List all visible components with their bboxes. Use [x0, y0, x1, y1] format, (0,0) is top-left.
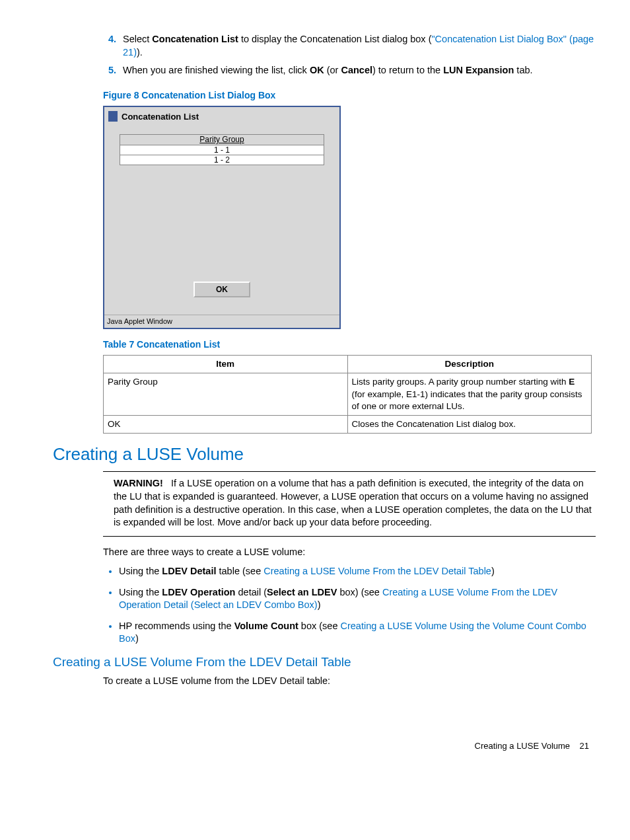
text: Lists parity groups. A parity group numb… — [352, 377, 569, 387]
cell-desc: Lists parity groups. A parity group numb… — [347, 373, 592, 416]
warning-body: If a LUSE operation on a volume that has… — [114, 478, 592, 527]
button-row: OK — [104, 271, 339, 315]
bold: Cancel — [341, 65, 372, 75]
ordered-steps: Select Concatenation List to display the… — [34, 33, 596, 77]
page-number: 21 — [580, 741, 589, 751]
text: ) to return to the — [372, 65, 443, 75]
parity-group-table: Parity Group 1 - 1 1 - 2 — [120, 134, 324, 165]
bold: LDEV Operation — [162, 587, 235, 597]
warning-label: WARNING! — [114, 478, 163, 488]
cell[interactable]: 1 - 2 — [120, 155, 324, 165]
window-icon — [108, 111, 118, 122]
text: box (see — [298, 621, 341, 631]
ok-button[interactable]: OK — [193, 282, 250, 297]
text: ) — [318, 599, 321, 610]
bold: OK — [310, 65, 324, 75]
bullet-list: Using the LDEV Detail table (see Creatin… — [119, 565, 596, 646]
subsection-heading: Creating a LUSE Volume From the LDEV Det… — [53, 654, 596, 671]
cell[interactable]: 1 - 1 — [120, 145, 324, 155]
text: HP recommends using the — [119, 621, 234, 631]
column-header: Item — [104, 356, 348, 373]
text: Using the — [119, 566, 162, 576]
xref-link[interactable]: Creating a LUSE Volume From the LDEV Det… — [263, 566, 491, 576]
text: table (see — [216, 566, 263, 576]
text: box) (see — [337, 587, 382, 597]
cell-item: OK — [104, 416, 348, 434]
step-5: When you are finished viewing the list, … — [119, 64, 596, 77]
text: to display the Concatenation List dialog… — [238, 34, 432, 44]
bold: LDEV Detail — [162, 566, 216, 576]
paragraph: To create a LUSE volume from the LDEV De… — [103, 675, 596, 688]
table-row: 1 - 1 — [120, 145, 324, 155]
text: tab. — [514, 65, 532, 75]
text: Using the — [119, 587, 162, 597]
page-footer: Creating a LUSE Volume 21 — [34, 740, 596, 752]
list-item: Using the LDEV Operation detail (Select … — [119, 586, 596, 612]
text: (for example, E1-1) indicates that the p… — [352, 389, 582, 411]
warning-block: WARNING! If a LUSE operation on a volume… — [103, 471, 596, 536]
text: ) — [491, 566, 495, 576]
list-item: Using the LDEV Detail table (see Creatin… — [119, 565, 596, 578]
table-row: Parity Group Lists parity groups. A pari… — [104, 373, 592, 416]
table-row: OK Closes the Concatenation List dialog … — [104, 416, 592, 434]
cell-item: Parity Group — [104, 373, 348, 416]
bold: Volume Count — [234, 621, 298, 631]
figure-caption: Figure 8 Concatenation List Dialog Box — [103, 89, 596, 102]
table-7: Item Description Parity Group Lists pari… — [103, 355, 592, 434]
text: (or — [324, 65, 341, 75]
bold: Concatenation List — [152, 34, 238, 44]
footer-text: Creating a LUSE Volume — [475, 741, 571, 751]
cell-desc: Closes the Concatenation List dialog box… — [347, 416, 592, 434]
table-caption: Table 7 Concatenation List — [103, 338, 596, 351]
figure-8: Concatenation List Parity Group 1 - 1 1 … — [103, 106, 596, 330]
table-row: 1 - 2 — [120, 155, 324, 165]
concatenation-list-dialog: Concatenation List Parity Group 1 - 1 1 … — [103, 106, 341, 330]
dialog-title-text: Concatenation List — [122, 111, 199, 123]
text: ) — [135, 633, 139, 644]
java-applet-status: Java Applet Window — [104, 315, 339, 328]
column-header: Description — [347, 356, 592, 373]
step-4: Select Concatenation List to display the… — [119, 33, 596, 59]
text: ). — [137, 47, 143, 57]
list-item: HP recommends using the Volume Count box… — [119, 620, 596, 646]
warning-text: WARNING! If a LUSE operation on a volume… — [114, 477, 596, 529]
text: detail ( — [235, 587, 267, 597]
dialog-titlebar: Concatenation List — [104, 107, 339, 135]
paragraph: There are three ways to create a LUSE vo… — [103, 546, 596, 559]
bold: E — [569, 377, 575, 387]
bold: LUN Expansion — [443, 65, 514, 75]
bold: Select an LDEV — [267, 587, 337, 597]
table-empty-area — [119, 165, 325, 271]
column-header: Parity Group — [120, 135, 324, 145]
section-heading: Creating a LUSE Volume — [53, 443, 596, 466]
text: Select — [123, 34, 152, 44]
text: When you are finished viewing the list, … — [123, 65, 310, 75]
